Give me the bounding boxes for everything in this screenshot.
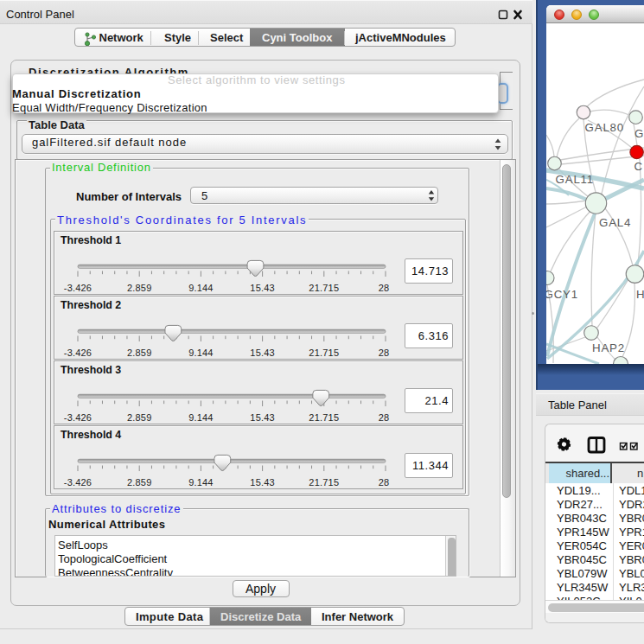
svg-text:9.144: 9.144 [188,348,214,358]
svg-text:GAL80: GAL80 [585,121,624,134]
svg-text:9.144: 9.144 [188,412,214,423]
svg-text:-3.426: -3.426 [64,283,92,293]
svg-text:GAL4: GAL4 [599,216,631,229]
svg-text:28: 28 [379,283,390,293]
svg-text:28: 28 [379,412,390,423]
svg-text:2.859: 2.859 [127,412,152,423]
svg-text:28: 28 [379,477,390,488]
svg-text:-3.426: -3.426 [64,412,92,423]
svg-text:H: H [636,288,644,301]
svg-text:21.715: 21.715 [309,477,339,488]
svg-text:9.144: 9.144 [188,283,214,293]
svg-text:15.43: 15.43 [250,348,275,358]
svg-text:HAP2: HAP2 [592,341,625,354]
svg-text:-3.426: -3.426 [64,348,92,358]
svg-text:15.43: 15.43 [250,477,275,488]
svg-text:21.715: 21.715 [309,412,339,423]
svg-text:C: C [634,160,643,173]
svg-text:2.859: 2.859 [127,477,152,488]
svg-text:-3.426: -3.426 [64,477,92,488]
svg-text:21.715: 21.715 [309,283,339,293]
svg-text:28: 28 [379,348,390,358]
svg-text:GA: GA [634,127,644,140]
svg-text:GAL11: GAL11 [556,173,594,186]
svg-text:9.144: 9.144 [188,477,214,488]
svg-text:21.715: 21.715 [309,348,339,358]
svg-text:GCY1: GCY1 [546,288,578,301]
svg-text:2.859: 2.859 [127,348,152,358]
svg-text:15.43: 15.43 [250,283,275,293]
svg-text:15.43: 15.43 [250,412,275,423]
svg-text:2.859: 2.859 [127,283,152,293]
